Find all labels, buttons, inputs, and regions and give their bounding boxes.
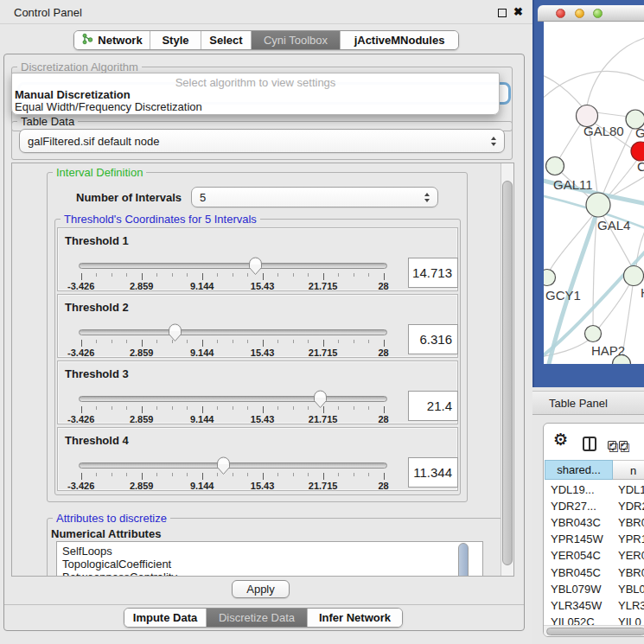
slider-track[interactable] <box>79 396 387 402</box>
slider-tick <box>354 340 354 343</box>
app: Control Panel ✖ NetworkStyleSelectCyni T… <box>0 0 644 644</box>
tab-infer-network[interactable]: Infer Network <box>308 609 402 627</box>
threshold-label: Threshold 2 <box>65 301 129 314</box>
slider-tick <box>126 473 127 476</box>
svg-text:HAP2: HAP2 <box>591 343 625 358</box>
slider-tick <box>96 273 97 277</box>
table-row[interactable]: YDL19...YDL1 <box>544 482 644 499</box>
dropdown-item[interactable]: Equal Width/Frequency Discretization <box>15 100 202 113</box>
slider-tick <box>338 340 339 343</box>
tab-label: Select <box>209 34 242 47</box>
slider-tick-label: 21.715 <box>297 414 349 424</box>
minimize-traffic-light[interactable] <box>575 9 584 18</box>
tab-label: Network <box>98 34 142 47</box>
cell-name: YER0 <box>618 549 644 562</box>
slider-tick <box>217 406 218 410</box>
threshold-value-field[interactable]: 6.316 <box>408 324 458 354</box>
column-header-shared[interactable]: shared... <box>545 460 613 480</box>
tab-cyni-toolbox[interactable]: Cyni Toolbox <box>252 31 341 49</box>
tab-select[interactable]: Select <box>201 31 252 49</box>
slider-thumb[interactable] <box>313 390 328 409</box>
slider-tick <box>142 473 143 480</box>
slider-tick <box>277 273 278 277</box>
slider-tick <box>338 273 339 277</box>
svg-text:GAL11: GAL11 <box>553 177 593 192</box>
panel-scrollbar-thumb[interactable] <box>502 181 513 565</box>
slider-tick-label: 15.43 <box>237 481 289 491</box>
checkbox-icon[interactable]: ☑ <box>619 441 628 450</box>
settings-gear-icon[interactable]: ⚙ <box>553 430 568 450</box>
close-traffic-light[interactable] <box>556 9 565 18</box>
slider-tick-label: 21.715 <box>297 281 349 291</box>
slider-tick-label: 21.715 <box>297 481 349 491</box>
slider-tick <box>172 406 173 410</box>
slider-tick <box>156 340 157 343</box>
column-header-name[interactable]: n <box>613 460 644 480</box>
tab-network[interactable]: Network <box>74 31 150 49</box>
tab-impute-data[interactable]: Impute Data <box>124 609 207 627</box>
number-of-intervals-combobox[interactable]: 5 <box>191 187 438 207</box>
threshold-row: Threshold 4-3.4262.8599.14415.4321.71528… <box>57 427 458 491</box>
cell-shared-name: YBL079W <box>551 583 602 596</box>
table-row[interactable]: YBR043CYBR0 <box>544 515 644 532</box>
threshold-label: Threshold 4 <box>65 434 129 447</box>
slider-tick <box>293 273 294 277</box>
threshold-value-field[interactable]: 21.4 <box>408 391 458 421</box>
threshold-row: Threshold 2-3.4262.8599.14415.4321.71528… <box>57 294 458 358</box>
slider-tick <box>323 273 324 280</box>
slider-tick <box>187 473 188 476</box>
table-data-combobox[interactable]: galFiltered.sif default node <box>19 129 505 153</box>
slider-tick-label: 15.43 <box>237 414 289 424</box>
table-row[interactable]: YLR345WYLR3 <box>544 598 644 615</box>
threshold-value-field[interactable]: 11.344 <box>408 457 458 488</box>
slider-tick <box>293 406 294 410</box>
list-item[interactable]: BetweennessCentrality <box>57 571 482 577</box>
spinner-arrows-icon <box>423 193 430 202</box>
numerical-attributes-list[interactable]: SelfLoopsTopologicalCoefficientBetweenne… <box>56 541 483 577</box>
tab-jactivemnodules[interactable]: jActiveMNodules <box>341 31 458 49</box>
slider-tick <box>96 406 97 410</box>
network-window-titlebar[interactable] <box>538 5 644 22</box>
table-row[interactable]: YER054CYER0 <box>544 548 644 564</box>
columns-icon[interactable] <box>583 437 596 451</box>
horizontal-scrollbar-track[interactable] <box>544 625 644 637</box>
list-scrollbar[interactable] <box>458 543 469 577</box>
slider-tick <box>247 473 248 476</box>
slider-tick <box>247 340 248 343</box>
slider-tick-label: -3.426 <box>55 348 107 358</box>
slider-thumb[interactable] <box>216 456 231 475</box>
threshold-value-field[interactable]: 14.713 <box>408 258 458 288</box>
list-item[interactable]: SelfLoops <box>57 545 482 558</box>
zoom-traffic-light[interactable] <box>593 9 603 18</box>
cell-name: YLR3 <box>618 599 644 612</box>
apply-button[interactable]: Apply <box>232 580 290 598</box>
horizontal-scrollbar-thumb[interactable] <box>546 628 644 635</box>
network-canvas[interactable]: GAL80GACGAL11GAL4GCY1HHAP2 <box>544 22 644 364</box>
slider-track[interactable] <box>79 263 387 269</box>
checkbox-icon[interactable]: ☑ <box>608 441 616 450</box>
slider-thumb[interactable] <box>168 323 182 342</box>
tab-discretize-data[interactable]: Discretize Data <box>207 609 308 627</box>
dropdown-item[interactable]: Manual Discretization <box>15 88 131 101</box>
slider-tick <box>112 406 112 410</box>
table-row[interactable]: YBL079WYBL0 <box>544 582 644 598</box>
slider-tick-label: 28 <box>358 414 410 424</box>
slider-tick <box>233 340 233 343</box>
close-icon[interactable]: ✖ <box>513 5 523 18</box>
table-row[interactable]: YPR145WYPR1 <box>544 532 644 548</box>
group-legend: Attributes to discretize <box>53 512 170 525</box>
slider-tick <box>217 340 218 343</box>
combo-placeholder: Select algorithm to view settings <box>12 76 499 89</box>
tab-style[interactable]: Style <box>150 31 201 49</box>
slider-track[interactable] <box>79 462 387 469</box>
group-legend: Discretization Algorithm <box>17 61 142 73</box>
float-window-icon[interactable] <box>498 9 507 17</box>
slider-track[interactable] <box>79 329 387 335</box>
slider-tick <box>81 273 82 280</box>
list-item[interactable]: TopologicalCoefficient <box>57 558 482 571</box>
slider-tick <box>142 340 143 347</box>
slider-thumb[interactable] <box>248 257 263 276</box>
table-row[interactable]: YBR045CYBR0 <box>544 565 644 582</box>
table-row[interactable]: YDR27...YDR2 <box>544 499 644 515</box>
tab-label: Cyni Toolbox <box>264 34 328 47</box>
